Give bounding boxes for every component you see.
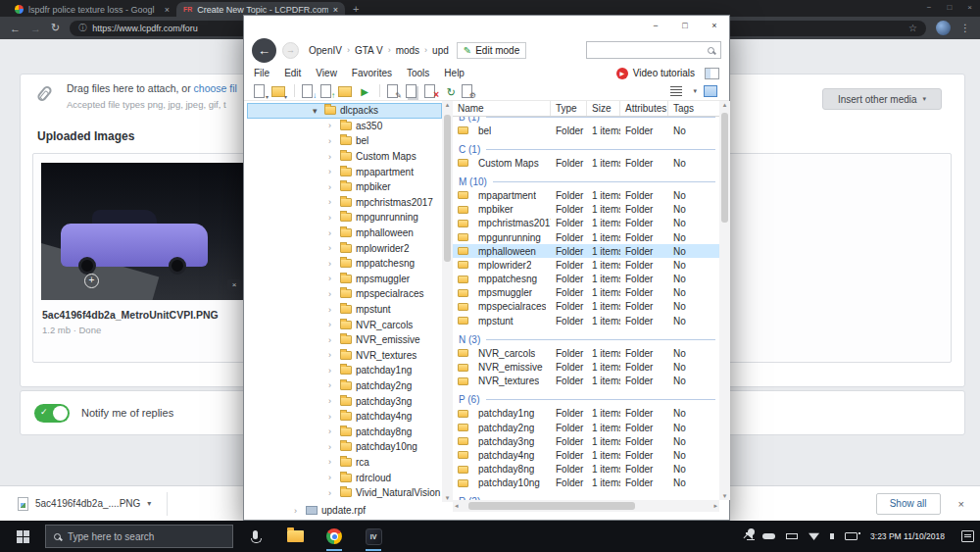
edit-file-icon[interactable] [385,83,400,98]
microphone-icon[interactable] [253,530,258,539]
tree-item-mpspecialraces[interactable]: ›mpspecialraces [247,286,442,302]
list-view-icon[interactable] [670,86,682,96]
tree-item-bel[interactable]: ›bel [247,133,442,149]
site-info-icon[interactable]: ⓘ [78,23,86,33]
minimize-icon[interactable]: − [641,16,670,34]
uploaded-image-thumbnail[interactable]: + × [41,163,247,300]
file-row-patchday8ng[interactable]: patchday8ngFolder1 itemsFolderNo [453,463,719,477]
tree-item-mplowrider2[interactable]: ›mplowrider2 [247,240,442,256]
group-header-n-3[interactable]: N (3) [453,332,719,346]
tree-item-nvr-carcols[interactable]: ›NVR_carcols [247,317,442,332]
tab-close-icon[interactable]: × [333,5,338,15]
group-header-c-1[interactable]: C (1) [453,142,719,156]
tree-item-custom-maps[interactable]: ›Custom Maps [247,149,442,165]
column-size[interactable]: Size [587,101,620,116]
file-settings-icon[interactable] [460,83,474,98]
chrome-taskbar-icon[interactable] [322,522,346,551]
tree-item-mphalloween[interactable]: ›mphalloween [247,226,442,241]
delete-file-icon[interactable] [422,83,437,98]
scroll-up-icon[interactable]: ▴ [723,101,727,109]
breadcrumb-upd[interactable]: upd [432,45,449,56]
tree-item-mpstunt[interactable]: ›mpstunt [247,302,442,318]
download-item[interactable]: 5ac4196f4db2a_....PNG ▾ [10,493,159,515]
file-row-mpapartment[interactable]: mpapartmentFolder1 itemsFolderNo [453,188,719,202]
scroll-right-icon[interactable]: ▸ [713,502,717,510]
close-icon[interactable]: × [700,16,729,34]
tree-item-patchday3ng[interactable]: ›patchday3ng [247,393,442,409]
breadcrumb-openiv[interactable]: OpenIV [309,45,342,56]
bookmark-star-icon[interactable]: ☆ [908,23,917,33]
file-row-custom-maps[interactable]: Custom MapsFolder1 itemsFolderNo [453,156,719,170]
openiv-taskbar-icon[interactable]: IV [362,522,385,551]
scroll-thumb[interactable] [444,115,451,262]
scroll-up-icon[interactable]: ▴ [446,101,450,109]
forward-button[interactable]: → [282,42,299,59]
tree-item-mppatchesng[interactable]: ›mppatchesng [247,256,442,272]
play-icon[interactable] [356,83,370,98]
browser-menu-icon[interactable]: ⋮ [960,23,970,33]
group-header-b-1[interactable]: B (1) [453,117,719,124]
collapsed-chevron-icon[interactable]: › [294,506,302,516]
show-all-downloads-button[interactable]: Show all [876,493,941,515]
file-list-header[interactable]: Name Type Size Attributes Tags [453,101,719,117]
action-center-icon[interactable] [961,530,974,542]
tree-item-patchday8ng[interactable]: ›patchday8ng [247,424,442,439]
file-row-mpchristmas2017[interactable]: mpchristmas2017Folder1 itemsFolderNo [453,217,719,230]
tree-item-patchday10ng[interactable]: ›patchday10ng [247,439,442,455]
breadcrumb-gta-v[interactable]: GTA V [355,45,383,56]
column-type[interactable]: Type [551,101,587,116]
file-row-mpbiker[interactable]: mpbikerFolder1 itemsFolderNo [453,203,719,217]
tree-item-update-rpf[interactable]: › update.rpf [247,503,442,518]
new-folder-icon[interactable] [270,83,285,98]
scroll-thumb[interactable] [468,502,635,510]
new-tab-button[interactable]: + [353,3,359,15]
tab-close-icon[interactable]: × [165,5,170,15]
layout-toggle-icon[interactable] [705,68,719,79]
file-row-patchday2ng[interactable]: patchday2ngFolder1 itemsFolderNo [453,421,719,434]
menu-favorites[interactable]: Favorites [352,68,392,78]
choose-files-link[interactable]: choose fil [194,82,237,94]
back-button[interactable]: ← [252,38,276,63]
edit-mode-button[interactable]: ✎ Edit mode [457,42,526,59]
tree-item-nvr-textures[interactable]: ›NVR_textures [247,348,442,364]
tree-item-mpapartment[interactable]: ›mpapartment [247,164,442,179]
network-icon[interactable] [808,532,819,540]
zoom-plus-icon[interactable]: + [84,274,99,288]
file-row-mphalloween[interactable]: mphalloweenFolder1 itemsFolderNo [453,244,719,258]
maximize-icon[interactable]: □ [670,16,700,34]
file-row-nvr-textures[interactable]: NVR_texturesFolder1 itemsFolderNo [453,375,719,388]
scroll-down-icon[interactable]: ▾ [446,494,450,502]
file-row-patchday1ng[interactable]: patchday1ngFolder1 itemsFolderNo [453,407,719,421]
volume-icon[interactable] [830,533,834,539]
download-bar-close-icon[interactable]: × [958,498,964,510]
tree-item-mpchristmas2017[interactable]: ›mpchristmas2017 [247,195,442,211]
import-icon[interactable] [300,83,315,98]
minimize-icon[interactable]: − [927,3,932,12]
menu-file[interactable]: File [254,68,270,78]
reload-icon[interactable]: ↻ [51,22,60,34]
download-item-chevron-icon[interactable]: ▾ [147,499,151,508]
browser-tab-google[interactable]: lspdfr police texture loss - Googl × [8,2,176,17]
scroll-left-icon[interactable]: ◂ [455,502,459,510]
back-icon[interactable]: ← [10,23,21,34]
file-row-mplowrider2[interactable]: mplowrider2Folder1 itemsFolderNo [453,258,719,272]
insert-other-media-button[interactable]: Insert other media ▾ [822,88,942,110]
copy-file-icon[interactable] [404,83,418,98]
tree-item-nvr-emissive[interactable]: ›NVR_emissive [247,332,442,348]
tree-item-dlcpacks[interactable]: ▾ dlcpacks [247,103,442,119]
tree-item-patchday2ng[interactable]: ›patchday2ng [247,378,442,394]
keyboard-icon[interactable] [845,532,858,540]
tree-item-as350[interactable]: ›as350 [247,119,442,134]
maximize-icon[interactable]: □ [947,3,952,12]
browser-window-controls[interactable]: −□× [927,3,972,12]
tree-item-rca[interactable]: ›rca [247,455,442,471]
details-view-icon[interactable] [704,85,717,97]
file-row-bel[interactable]: belFolder1 itemsFolderNo [453,124,719,137]
file-list-hscrollbar[interactable]: ◂ ▸ [453,500,719,512]
file-list-scrollbar[interactable]: ▴ ▾ [719,101,730,500]
tree-item-mpbiker[interactable]: ›mpbiker [247,179,442,195]
forward-icon[interactable]: → [30,23,41,34]
file-explorer-taskbar-icon[interactable] [283,522,307,551]
start-button[interactable] [0,521,45,552]
refresh-icon[interactable] [441,83,456,98]
